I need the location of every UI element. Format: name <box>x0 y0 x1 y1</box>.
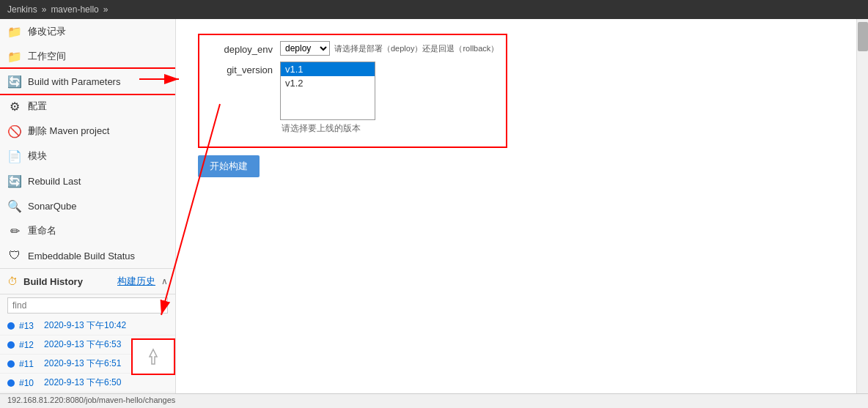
workspace-label: 工作空间 <box>28 50 66 63</box>
sidebar-item-module[interactable]: 📄 模块 <box>0 144 175 168</box>
rename-label: 重命名 <box>28 224 56 237</box>
sonarqube-label: SonarQube <box>28 201 77 212</box>
settings-icon: ⚙ <box>7 99 22 114</box>
build-with-parameters-icon: 🔄 <box>7 74 22 89</box>
sidebar-item-workspace[interactable]: 📁 工作空间 <box>0 44 175 69</box>
build-date-link[interactable]: 2020-9-13 下午6:51 <box>44 357 121 370</box>
sidebar-item-settings[interactable]: ⚙ 配置 <box>0 94 175 119</box>
build-search-input[interactable] <box>7 297 168 314</box>
build-date-link[interactable]: 2020-9-13 下午10:42 <box>44 319 126 332</box>
sidebar-item-modify-records[interactable]: 📁 修改记录 <box>0 19 175 44</box>
sidebar: 📁 修改记录 📁 工作空间 🔄 Build with Parameters ⚙ … <box>0 19 176 393</box>
modify-records-icon: 📁 <box>7 24 22 39</box>
build-item: #10 2020-9-13 下午6:50 <box>0 374 175 393</box>
deploy-env-label: deploy_env <box>207 41 273 55</box>
module-icon: 📄 <box>7 149 22 163</box>
arrow-annotation-box <box>131 338 175 375</box>
list-item-v12[interactable]: v1.2 <box>281 76 375 90</box>
build-history-toggle[interactable]: ∧ <box>161 276 168 286</box>
rebuild-last-icon: 🔄 <box>7 174 22 188</box>
workspace-icon: 📁 <box>7 49 22 64</box>
build-status-dot <box>7 322 15 330</box>
build-status-dot <box>7 341 15 349</box>
sidebar-item-rename[interactable]: ✏ 重命名 <box>0 218 175 243</box>
statusbar: 192.168.81.220:8080/job/maven-hello/chan… <box>0 393 868 408</box>
scrollbar-thumb[interactable] <box>858 22 868 51</box>
param-box: deploy_env deploy rollback 请选择是部署（deploy… <box>198 34 507 148</box>
project-link[interactable]: maven-hello <box>51 4 98 15</box>
button-row: 开始构建 <box>198 148 834 185</box>
sidebar-item-embeddable-build-status[interactable]: 🛡 Embeddable Build Status <box>0 243 175 268</box>
build-history-section: ⏱ Build History 构建历史 ∧ #13 2020-9-13 下午1… <box>0 268 175 393</box>
deploy-env-select[interactable]: deploy rollback <box>280 41 330 56</box>
sonarqube-icon: 🔍 <box>7 199 22 213</box>
build-item: #9 2020-9-13 下午5:52 <box>0 393 175 393</box>
module-label: 模块 <box>28 149 47 163</box>
build-number-link[interactable]: #10 <box>19 378 34 388</box>
sidebar-item-delete-maven[interactable]: 🚫 删除 Maven project <box>0 119 175 144</box>
build-number-link[interactable]: #13 <box>19 321 34 331</box>
build-history-header: ⏱ Build History 构建历史 ∧ <box>0 269 175 294</box>
sidebar-item-rebuild-last[interactable]: 🔄 Rebuild Last <box>0 168 175 193</box>
git-version-label: git_version <box>207 62 273 75</box>
delete-maven-icon: 🚫 <box>7 124 22 138</box>
settings-label: 配置 <box>28 100 47 113</box>
build-number-link[interactable]: #12 <box>19 340 34 350</box>
topbar-sep2: » <box>103 4 108 15</box>
git-version-hint: 请选择要上线的版本 <box>282 122 375 135</box>
git-version-control: v1.1 v1.2 请选择要上线的版本 <box>280 62 375 135</box>
list-item-v11[interactable]: v1.1 <box>281 62 375 76</box>
delete-maven-label: 删除 Maven project <box>28 125 109 138</box>
annotation-area: #13 2020-9-13 下午10:42 #12 2020-9-13 下午6:… <box>0 316 175 393</box>
modify-records-label: 修改记录 <box>28 25 66 38</box>
content-area: deploy_env deploy rollback 请选择是部署（deploy… <box>176 19 856 393</box>
deploy-env-control: deploy rollback 请选择是部署（deploy）还是回退（rollb… <box>280 41 499 56</box>
build-date-link[interactable]: 2020-9-13 下午6:50 <box>44 377 121 389</box>
jenkins-link[interactable]: Jenkins <box>7 4 37 15</box>
build-item: #13 2020-9-13 下午10:42 <box>0 316 175 335</box>
build-history-title: Build History <box>23 276 83 287</box>
build-status-dot <box>7 360 15 368</box>
build-status-dot <box>7 379 15 387</box>
rename-icon: ✏ <box>7 223 22 238</box>
deploy-env-row: deploy_env deploy rollback 请选择是部署（deploy… <box>207 41 499 56</box>
rebuild-last-label: Rebuild Last <box>28 176 81 187</box>
status-url: 192.168.81.220:8080/job/maven-hello/chan… <box>7 396 175 404</box>
embeddable-build-status-label: Embeddable Build Status <box>28 251 135 262</box>
build-number-link[interactable]: #11 <box>19 359 34 369</box>
topbar: Jenkins » maven-hello » <box>0 0 868 19</box>
scrollbar[interactable] <box>856 19 868 393</box>
build-history-link[interactable]: 构建历史 <box>117 275 155 288</box>
git-version-listbox[interactable]: v1.1 v1.2 <box>280 62 375 120</box>
clock-icon: ⏱ <box>7 275 18 287</box>
sidebar-item-build-with-parameters[interactable]: 🔄 Build with Parameters <box>0 69 175 94</box>
build-search-container <box>0 294 175 316</box>
build-with-parameters-label: Build with Parameters <box>28 76 120 87</box>
deploy-hint: 请选择是部署（deploy）还是回退（rollback） <box>334 43 499 54</box>
topbar-sep1: » <box>42 4 47 15</box>
git-version-row: git_version v1.1 v1.2 请选择要上线的版本 <box>207 62 499 135</box>
embeddable-build-status-icon: 🛡 <box>7 248 22 263</box>
sidebar-item-sonarqube[interactable]: 🔍 SonarQube <box>0 193 175 218</box>
submit-build-button[interactable]: 开始构建 <box>198 155 260 177</box>
build-date-link[interactable]: 2020-9-13 下午6:53 <box>44 338 121 351</box>
content-inner: deploy_env deploy rollback 请选择是部署（deploy… <box>176 19 856 199</box>
main-layout: 📁 修改记录 📁 工作空间 🔄 Build with Parameters ⚙ … <box>0 19 868 393</box>
